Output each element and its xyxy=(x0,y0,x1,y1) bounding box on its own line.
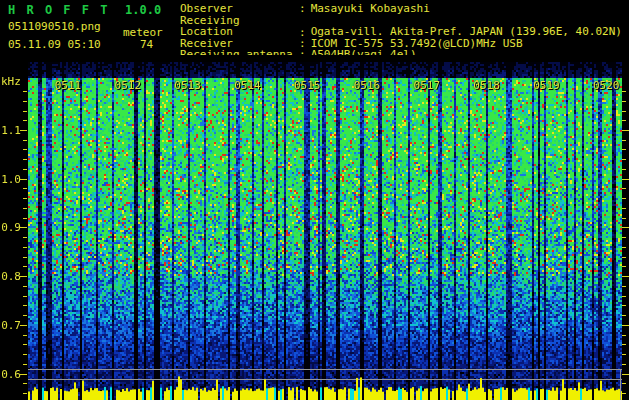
time-label: 0516 xyxy=(351,79,383,92)
freq-label: 0.6 xyxy=(0,368,21,381)
station-value: Masayuki Kobayashi xyxy=(311,2,430,15)
app-version: 1.0.0 xyxy=(125,3,161,17)
spectrogram-canvas xyxy=(0,55,629,400)
time-label: 0515 xyxy=(291,79,323,92)
record-datetime: 05.11.09 05:10 xyxy=(8,38,101,51)
freq-label: 0.9 xyxy=(0,221,21,234)
app-title: H R O F F T xyxy=(8,3,109,17)
output-filename: 0511090510.png xyxy=(8,20,101,33)
station-label: Receiving Location xyxy=(180,15,299,38)
time-label: 0512 xyxy=(112,79,144,92)
station-label: Observer xyxy=(180,3,299,15)
station-row-observer: Observer:Masayuki Kobayashi xyxy=(180,3,622,15)
station-row-location: Receiving Location:Ogata-vill. Akita-Pre… xyxy=(180,15,622,38)
time-label: 0519 xyxy=(530,79,562,92)
station-info: Observer:Masayuki Kobayashi Receiving Lo… xyxy=(180,3,622,61)
time-label: 0514 xyxy=(231,79,263,92)
freq-label: 1.1 xyxy=(0,124,21,137)
hrofft-window: H R O F F T 1.0.0 0511090510.png meteor … xyxy=(0,0,629,400)
time-label: 0513 xyxy=(172,79,204,92)
freq-label: 1.0 xyxy=(0,173,21,186)
freq-label: 0.7 xyxy=(0,319,21,332)
time-label: 0520 xyxy=(590,79,622,92)
echo-count: 74 xyxy=(140,38,153,51)
time-label: 0517 xyxy=(411,79,443,92)
separator: : xyxy=(299,2,306,15)
freq-label: 0.8 xyxy=(0,270,21,283)
time-label: 0518 xyxy=(471,79,503,92)
y-axis-unit-label: kHz xyxy=(1,75,21,88)
time-label: 0511 xyxy=(52,79,84,92)
